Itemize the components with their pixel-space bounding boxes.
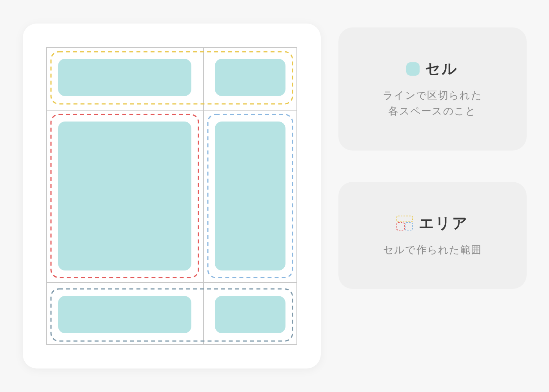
cell-swatch-icon xyxy=(406,62,420,76)
legend-card-cell: セル ラインで区切られた 各スペースのこと xyxy=(338,27,527,151)
svg-rect-0 xyxy=(397,216,413,222)
svg-rect-2 xyxy=(405,223,413,230)
legend-card-area: エリア セルで作られた範囲 xyxy=(338,182,527,289)
area-swatch-icon xyxy=(396,215,413,231)
legend-column: セル ラインで区切られた 各スペースのこと エリア セルで作られた範囲 xyxy=(338,24,527,289)
grid-row-line xyxy=(46,344,297,345)
cell xyxy=(58,296,191,333)
grid-row-line xyxy=(46,282,297,283)
svg-rect-1 xyxy=(397,223,404,230)
cell xyxy=(58,59,191,96)
grid-col-line xyxy=(296,47,297,345)
cell xyxy=(215,59,285,96)
grid-col-line xyxy=(203,47,204,345)
legend-area-title: エリア xyxy=(419,213,468,233)
legend-area-desc: セルで作られた範囲 xyxy=(360,242,505,258)
legend-cell-title: セル xyxy=(425,59,458,79)
grid-surface xyxy=(46,47,297,345)
grid-diagram-panel xyxy=(23,24,321,368)
legend-cell-desc: ラインで区切られた 各スペースのこと xyxy=(360,87,505,119)
cell xyxy=(215,122,285,270)
cell xyxy=(58,122,191,270)
grid-col-line xyxy=(46,47,47,345)
grid-row-line xyxy=(46,110,297,111)
cell xyxy=(215,296,285,333)
grid-row-line xyxy=(46,47,297,48)
